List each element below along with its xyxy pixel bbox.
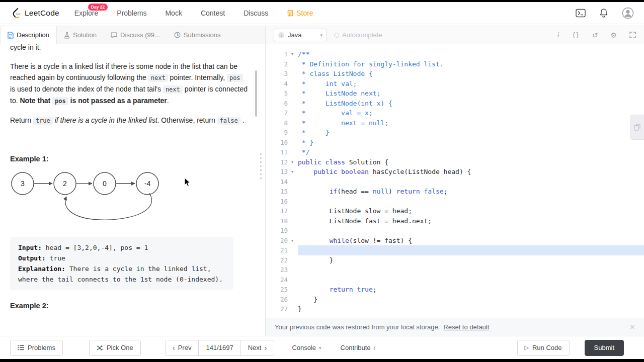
nav-item-explore[interactable]: Explore Day 22 xyxy=(74,9,98,17)
problem-pager: ‹ Prev 141/1697 Next › xyxy=(165,340,275,356)
code-line[interactable]: 16 xyxy=(266,197,644,207)
code-line[interactable]: 12▾public class Solution { xyxy=(266,157,644,167)
nav-item-store[interactable]: Store xyxy=(287,9,313,17)
code-line[interactable]: 19 xyxy=(266,226,644,236)
code-line[interactable]: 26 } xyxy=(266,295,644,305)
editor-toolbar-icons: i {} ↺ ⚙ xyxy=(557,31,636,39)
fold-arrow-icon[interactable]: ▾ xyxy=(288,167,297,177)
comment-icon xyxy=(111,32,117,38)
nav-item-contest[interactable]: Contest xyxy=(201,9,225,17)
info-icon[interactable]: i xyxy=(557,31,559,39)
node-value: -4 xyxy=(144,179,151,188)
fold-arrow-icon[interactable]: ▾ xyxy=(288,236,297,246)
tab-solution[interactable]: Solution xyxy=(57,26,104,44)
nav-item-problems[interactable]: Problems xyxy=(117,9,146,17)
code-text: * next = null; xyxy=(298,118,644,128)
fullscreen-icon[interactable] xyxy=(629,32,636,38)
code-line[interactable]: 9 * } xyxy=(266,128,644,138)
line-number: 9 xyxy=(270,128,288,138)
code-line[interactable]: 27} xyxy=(266,304,644,314)
reset-code-icon[interactable]: ↺ xyxy=(592,31,598,39)
run-code-button[interactable]: ▷ Run Code xyxy=(517,340,570,356)
nav-item-discuss[interactable]: Discuss xyxy=(244,9,268,17)
code-line[interactable]: 8 * next = null; xyxy=(266,118,644,128)
code-line[interactable]: 5 * ListNode next; xyxy=(266,88,644,99)
autocomplete-toggle[interactable]: Autocomplete xyxy=(334,31,382,39)
tab-description[interactable]: Description xyxy=(0,26,57,44)
prev-button[interactable]: ‹ Prev xyxy=(166,340,199,355)
line-number: 5 xyxy=(270,88,288,99)
code-text: * } xyxy=(298,138,644,148)
main-split: Description Solution Discuss (99... xyxy=(0,24,644,336)
code-line[interactable]: 20▾ while(slow != fast) { xyxy=(266,236,644,246)
code-line[interactable]: 24 xyxy=(266,275,644,285)
bottom-bar: Problems Pick One ‹ Prev 141/1697 Next xyxy=(0,336,644,359)
problems-list-button[interactable]: Problems xyxy=(10,340,63,356)
language-info-icon: i xyxy=(278,32,284,38)
code-text: */ xyxy=(298,147,644,157)
side-flyout-tab[interactable] xyxy=(630,115,644,140)
code-restored-banner: Your previous code was restored from you… xyxy=(266,318,644,336)
code-line[interactable]: 25 return true; xyxy=(266,285,644,295)
code-line[interactable]: 2 * Definition for singly-linked list. xyxy=(266,59,644,69)
code-line[interactable]: 10 * } xyxy=(266,138,644,148)
reset-to-default-link[interactable]: Reset to default xyxy=(443,323,489,331)
code-line[interactable]: 22 } xyxy=(266,255,644,265)
fold-gutter xyxy=(288,88,297,99)
close-icon[interactable]: × xyxy=(630,323,635,331)
line-number: 7 xyxy=(270,108,288,118)
settings-gear-icon[interactable]: ⚙ xyxy=(610,31,617,39)
code-line[interactable]: 15 if(head == null) return false; xyxy=(266,187,644,197)
contribute-button[interactable]: Contribute i xyxy=(341,344,376,352)
left-panel-scrollbar-thumb[interactable] xyxy=(255,70,257,117)
line-number: 6 xyxy=(270,99,288,109)
code-line[interactable]: 6 * ListNode(int x) { xyxy=(266,99,644,109)
nav-item-mock[interactable]: Mock xyxy=(165,9,182,17)
tab-discuss[interactable]: Discuss (99... xyxy=(104,26,167,44)
tab-submissions[interactable]: Submissions xyxy=(167,26,228,44)
pick-one-button[interactable]: Pick One xyxy=(89,340,141,356)
fold-gutter xyxy=(288,118,297,128)
code-text xyxy=(298,265,644,275)
code-line[interactable]: 14 xyxy=(266,177,644,187)
code-text: * } xyxy=(298,128,644,138)
code-line[interactable]: 4 * int val; xyxy=(266,79,644,89)
code-line[interactable]: 13▾ public boolean hasCycle(ListNode hea… xyxy=(266,167,644,177)
code-text: * class ListNode { xyxy=(298,69,644,79)
console-toggle[interactable]: Console ▾ xyxy=(292,344,321,351)
next-button[interactable]: Next › xyxy=(241,340,274,355)
format-code-icon[interactable]: {} xyxy=(572,31,580,39)
example-2-heading: Example 2: xyxy=(10,300,248,311)
copy-panel-icon xyxy=(634,124,640,131)
problem-paragraph-2: Return true if there is a cycle in the l… xyxy=(10,115,248,126)
playground-icon[interactable] xyxy=(576,9,586,18)
fold-arrow-icon[interactable]: ▾ xyxy=(288,49,297,59)
code-editor[interactable]: 1▾/**2 * Definition for singly-linked li… xyxy=(266,44,644,318)
code-line[interactable]: 11 */ xyxy=(266,147,644,157)
leetcode-logo[interactable]: LeetCode xyxy=(10,7,59,19)
code-text: while(slow != fast) { xyxy=(298,236,644,246)
description-scroll-area[interactable]: cycle in it. There is a cycle in a linke… xyxy=(0,44,265,336)
code-line[interactable]: 1▾/** xyxy=(266,49,644,59)
code-line[interactable]: 17 ListNode slow = head; xyxy=(266,206,644,216)
node-value: 3 xyxy=(21,179,25,188)
language-select[interactable]: i Java ▾ xyxy=(274,29,327,41)
avatar-icon[interactable] xyxy=(622,7,634,19)
code-line[interactable]: 23 xyxy=(266,265,644,275)
code-text: /** xyxy=(298,49,644,59)
code-line[interactable]: 21 xyxy=(266,245,644,255)
line-number: 21 xyxy=(270,245,288,255)
fold-gutter xyxy=(288,147,297,157)
code-text: } xyxy=(298,295,644,305)
notifications-bell-icon[interactable] xyxy=(599,8,608,18)
panel-resize-handle[interactable] xyxy=(260,153,262,179)
inline-code-chip: next xyxy=(163,85,183,94)
code-line[interactable]: 3 * class ListNode { xyxy=(266,69,644,79)
submit-button[interactable]: Submit xyxy=(585,340,624,356)
code-line[interactable]: 7 * val = x; xyxy=(266,108,644,118)
chevron-left-icon: ‹ xyxy=(173,344,175,351)
code-text: return true; xyxy=(298,285,644,295)
line-number: 26 xyxy=(270,295,288,305)
code-line[interactable]: 18 ListNode fast = head.next; xyxy=(266,216,644,226)
fold-arrow-icon[interactable]: ▾ xyxy=(288,157,297,167)
